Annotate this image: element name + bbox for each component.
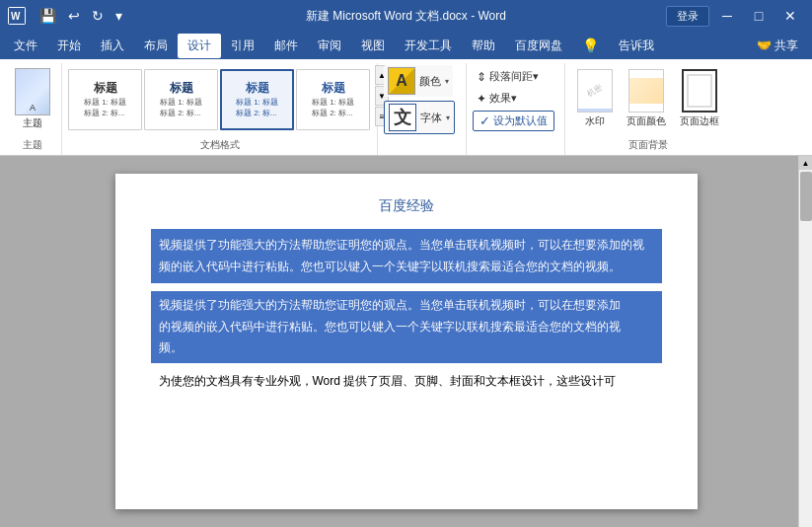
scroll-up-button[interactable]: ▲ xyxy=(799,156,813,170)
maximize-button[interactable]: □ xyxy=(745,2,773,30)
doc-title: 百度经验 xyxy=(151,197,662,215)
color-swatch-icon: A xyxy=(388,67,415,95)
style-item-2[interactable]: 标题 标题 1: 标题标题 2: 标... xyxy=(144,69,218,130)
spacing-icon: ⇕ xyxy=(477,70,486,84)
font-icon: 文 xyxy=(389,104,416,131)
page-border-button[interactable]: 页面边框 xyxy=(674,65,725,132)
themes-button[interactable]: A 主题 xyxy=(10,65,55,133)
quick-access-more-button[interactable]: ▾ xyxy=(111,6,126,26)
page-border-label: 页面边框 xyxy=(680,114,719,128)
selected-para2-top: 视频提供了功能强大的方法帮助您证明您的观点。当您单击联机视频时，可以在想要添加 … xyxy=(151,291,662,338)
window-title: 新建 Microsoft Word 文档.docx - Word xyxy=(306,8,506,25)
themes-icon: A xyxy=(15,68,50,115)
color-button[interactable]: A 颜色 ▾ xyxy=(384,65,453,97)
quick-access-toolbar: 💾 ↩ ↻ ▾ xyxy=(36,6,126,26)
svg-text:W: W xyxy=(11,11,21,22)
ribbon-group-color-font: A 颜色 ▾ 文 字体 ▾ - xyxy=(378,63,467,155)
title-bar-left: W 💾 ↩ ↻ ▾ xyxy=(8,6,126,26)
login-button[interactable]: 登录 xyxy=(666,6,709,27)
ribbon-group-themes-inner: A 主题 xyxy=(10,63,55,135)
redo-button[interactable]: ↻ xyxy=(88,6,108,26)
watermark-button[interactable]: 机密 水印 xyxy=(571,65,619,132)
menu-help[interactable]: 帮助 xyxy=(462,34,505,58)
font-button[interactable]: 文 字体 ▾ xyxy=(384,101,455,134)
themes-section-label: 主题 xyxy=(10,135,55,155)
style-item-3[interactable]: 标题 标题 1: 标题标题 2: 标... xyxy=(220,69,294,130)
page-bg-section-label: 页面背景 xyxy=(571,135,725,155)
docformat-section-label: 文档格式 xyxy=(68,135,371,155)
menu-devtools[interactable]: 开发工具 xyxy=(395,34,462,58)
effects-label: 效果▾ xyxy=(489,91,517,106)
document-page: 百度经验 视频提供了功能强大的方法帮助您证明您的观点。当您单击联机视频时，可以在… xyxy=(115,174,698,509)
color-label: 颜色 xyxy=(419,74,441,89)
page-color-icon xyxy=(628,69,664,113)
close-button[interactable]: ✕ xyxy=(776,2,804,30)
docformat-inner: 标题 标题 1: 标题标题 2: 标... 标题 标题 1: 标题标题 2: 标… xyxy=(68,63,371,135)
menu-design[interactable]: 设计 xyxy=(178,34,221,58)
minimize-button[interactable]: ─ xyxy=(713,2,741,30)
vertical-scrollbar[interactable]: ▲ xyxy=(798,156,812,527)
styles-gallery: 标题 标题 1: 标题标题 2: 标... 标题 标题 1: 标题标题 2: 标… xyxy=(68,65,370,133)
menu-home[interactable]: 开始 xyxy=(47,34,91,58)
ribbon-group-paragraph: ⇕ 段落间距▾ ✦ 效果▾ ✓ 设为默认值 - xyxy=(467,63,565,155)
title-bar-controls: 登录 ─ □ ✕ xyxy=(666,2,804,30)
paragraph-inner: ⇕ 段落间距▾ ✦ 效果▾ ✓ 设为默认值 xyxy=(473,63,558,138)
menu-baidu[interactable]: 百度网盘 xyxy=(505,34,572,58)
style-item-4[interactable]: 标题 标题 1: 标题标题 2: 标... xyxy=(296,69,370,130)
check-icon: ✓ xyxy=(480,113,490,128)
menu-references[interactable]: 引用 xyxy=(221,34,264,58)
menu-layout[interactable]: 布局 xyxy=(134,34,178,58)
menu-file[interactable]: 文件 xyxy=(4,34,47,58)
watermark-label: 水印 xyxy=(585,114,605,128)
menu-view[interactable]: 视图 xyxy=(351,34,395,58)
page-color-button[interactable]: 页面颜色 xyxy=(621,65,672,132)
ribbon-group-themes: A 主题 主题 xyxy=(4,63,62,155)
normal-paragraph: 为使您的文档具有专业外观，Word 提供了页眉、页脚、封面和文本框设计，这些设计… xyxy=(151,371,662,393)
menu-mailings[interactable]: 邮件 xyxy=(264,34,308,58)
menu-lightbulb-icon[interactable]: 💡 xyxy=(572,34,609,57)
watermark-icon: 机密 xyxy=(577,69,613,113)
effects-icon: ✦ xyxy=(477,92,486,106)
menu-bar: 文件 开始 插入 布局 设计 引用 邮件 审阅 视图 开发工具 帮助 百度网盘 … xyxy=(0,32,812,59)
title-bar: W 💾 ↩ ↻ ▾ 新建 Microsoft Word 文档.docx - Wo… xyxy=(0,0,812,32)
undo-button[interactable]: ↩ xyxy=(64,6,84,26)
word-icon: W xyxy=(8,7,26,25)
selected-paragraph-1: 视频提供了功能强大的方法帮助您证明您的观点。当您单击联机视频时，可以在想要添加的… xyxy=(151,229,662,283)
page-border-icon xyxy=(682,69,717,113)
themes-label: 主题 xyxy=(23,116,42,130)
page-bg-inner: 机密 水印 页面颜色 页面边框 xyxy=(571,63,725,135)
font-label: 字体 xyxy=(420,111,442,125)
menu-tell-me[interactable]: 告诉我 xyxy=(609,34,664,58)
selected-para2-bottom: 频。 xyxy=(151,338,662,363)
effects-button[interactable]: ✦ 效果▾ xyxy=(473,89,521,108)
para3-text: 为使您的文档具有专业外观，Word 提供了页眉、页脚、封面和文本框设计，这些设计… xyxy=(159,371,654,393)
color-font-inner: A 颜色 ▾ 文 字体 ▾ xyxy=(384,63,460,138)
ribbon: A 主题 主题 标题 标题 1: 标题标题 2: 标... xyxy=(0,59,812,156)
menu-share[interactable]: 🤝 共享 xyxy=(747,34,808,58)
paragraph-spacing-label: 段落间距▾ xyxy=(489,69,539,84)
menu-review[interactable]: 审阅 xyxy=(308,34,351,58)
menu-insert[interactable]: 插入 xyxy=(91,34,134,58)
set-default-button[interactable]: ✓ 设为默认值 xyxy=(473,111,554,131)
style-item-1[interactable]: 标题 标题 1: 标题标题 2: 标... xyxy=(68,69,142,130)
selected-paragraph-2: 视频提供了功能强大的方法帮助您证明您的观点。当您单击联机视频时，可以在想要添加 … xyxy=(151,291,662,363)
ribbon-group-page-bg: 机密 水印 页面颜色 页面边框 xyxy=(565,63,731,155)
selected-para1-text: 视频提供了功能强大的方法帮助您证明您的观点。当您单击联机视频时，可以在想要添加的… xyxy=(159,235,654,277)
paragraph-spacing-button[interactable]: ⇕ 段落间距▾ xyxy=(473,67,543,86)
ribbon-group-docformat: 标题 标题 1: 标题标题 2: 标... 标题 标题 1: 标题标题 2: 标… xyxy=(62,63,378,155)
set-default-label: 设为默认值 xyxy=(493,113,548,128)
page-color-label: 页面颜色 xyxy=(627,114,666,128)
save-button[interactable]: 💾 xyxy=(36,6,60,26)
ribbon-groups: A 主题 主题 标题 标题 1: 标题标题 2: 标... xyxy=(0,59,812,155)
document-area: ▲ 百度经验 视频提供了功能强大的方法帮助您证明您的观点。当您单击联机视频时，可… xyxy=(0,156,812,527)
scroll-thumb[interactable] xyxy=(800,172,812,221)
